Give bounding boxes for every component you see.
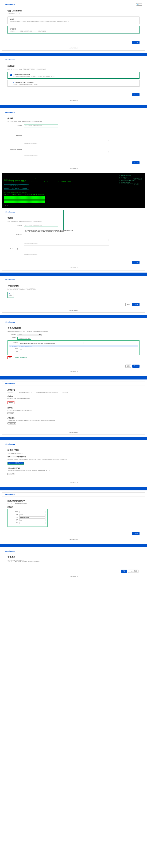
- addons-panel: Confluence 获取应用 应用扩展了 Confluence 的功能。只需额…: [2, 58, 145, 103]
- admin-password[interactable]: [19, 519, 46, 521]
- admin-email[interactable]: [19, 517, 46, 519]
- trial-install-option[interactable]: 试安装 试用安装Confluence，自生成应用，系统将自动配置内部数据库。您不…: [7, 16, 140, 24]
- standalone-option[interactable]: 🖵 独立: [7, 292, 14, 298]
- calendars-checkbox[interactable]: [10, 82, 12, 84]
- manage-in-confluence-button[interactable]: 在Confluence中管理用户与组: [7, 462, 24, 465]
- team-calendars-addon[interactable]: ✕ Confluence Team Calendars 为公司的计划,项目和任务…: [7, 80, 140, 87]
- demo-site-button[interactable]: 通用编辑: [7, 401, 15, 404]
- start-button[interactable]: 开始: [121, 569, 127, 573]
- next-button[interactable]: 下一步: [132, 161, 140, 164]
- db-user-input[interactable]: [19, 348, 45, 350]
- test-connection-button[interactable]: 测试: [7, 356, 13, 359]
- terminal-output: ① 先比/确认学习目录下 ② 执行java命令 ③ conf 代表conflue…: [2, 173, 145, 208]
- deployment-panel: Confluence 选择部署类型 选择适合你的部署类型,可以从人数集群开始,在…: [2, 278, 145, 312]
- admin-name[interactable]: [19, 514, 46, 516]
- admin-username[interactable]: [19, 511, 46, 513]
- page-title: 设置 Confluence: [7, 9, 140, 12]
- confluence-logo: Confluence: [5, 4, 15, 5]
- confluence-questions-addon[interactable]: ✕ Confluence Questions 通过Confluence Ques…: [7, 72, 140, 79]
- atlassian-brand: ATLASSIAN: [2, 45, 145, 50]
- db-type-select[interactable]: MySQL: [17, 334, 42, 336]
- db-url-input[interactable]: [19, 342, 83, 344]
- admin-account-panel: Confluence 配置系统管理员账户 请了Confluence输入系统管理员…: [2, 493, 145, 542]
- next-button[interactable]: 下一步: [132, 41, 140, 44]
- language-button[interactable]: 🌐 语言 ▾: [136, 3, 142, 5]
- questions-checkbox[interactable]: [10, 73, 12, 76]
- db-connection-section: 数据库URL ⓘ在连接数据库时一定要带useSSL=false 否则连接不上 用…: [7, 340, 140, 355]
- database-panel: Confluence 设置您的数据库 Confluence 会将数据库存储在数据…: [2, 320, 145, 374]
- license-panel-filled: Confluence 授权码 接以下提输入授权码，只需要Confluence的授…: [2, 210, 145, 271]
- restore-button[interactable]: 从备份如还原: [7, 422, 16, 425]
- info-callout: ⓘ在连接数据库时一定要带useSSL=false 否则连接不上: [9, 345, 138, 347]
- next-button[interactable]: 下一步: [132, 365, 140, 368]
- next-button[interactable]: 下一步: [132, 303, 140, 306]
- next-button[interactable]: 下一步: [132, 261, 140, 264]
- server-icon: 🖵: [9, 293, 11, 295]
- confluence-license-input[interactable]: [24, 129, 109, 141]
- admin-confirm[interactable]: [19, 522, 46, 524]
- load-content-panel: Confluence 加载内容 您成功安装Confluence，成功正常使用户密…: [2, 381, 145, 435]
- jira-manage-button[interactable]: 为其他帐号: [7, 473, 15, 475]
- server-id-field: 服务器ID BF97-NRBG-CH3O-7ZEE: [24, 124, 58, 127]
- db-password-input[interactable]: [19, 351, 45, 353]
- back-button[interactable]: 返回: [125, 303, 131, 306]
- next-button[interactable]: 下一步: [132, 532, 140, 535]
- arrow-line: [63, 210, 64, 230]
- further-config-button[interactable]: Further 配置: [128, 569, 139, 573]
- success-panel: Confluence 设置成功 你已经成功完成了部署Confluence! 设置…: [2, 549, 145, 579]
- next-button[interactable]: 下一步: [132, 93, 140, 96]
- production-install-option[interactable]: 产品安装 试用安装Confluence应用组，知生成应用，需要Confluenc…: [7, 26, 140, 34]
- success-icon: ✓: [14, 357, 14, 358]
- license-panel: Confluence 授权码 接以下提输入授权码，只需要Confluence的授…: [2, 110, 145, 171]
- info-icon: ⓘ: [10, 346, 11, 347]
- back-button[interactable]: 返回: [125, 365, 131, 368]
- admin-form: 用户名 名称 电邮 密码 确认: [7, 509, 48, 527]
- setup-panel: Confluence 🌐 语言 ▾ 设置 Confluence 希望怎样设置 C…: [2, 2, 145, 51]
- questions-license-input[interactable]: [24, 146, 109, 153]
- empty-site-button[interactable]: 空白站点: [7, 412, 14, 414]
- user-mgmt-panel: Confluence 配置用户管理 可以在Confluence内部管理用户。 在…: [2, 442, 145, 485]
- confluence-license-filled[interactable]: AAABxw0ODAoPeJyNUk1v4jAQvftXWOq1DiqaFeGp…: [24, 229, 109, 241]
